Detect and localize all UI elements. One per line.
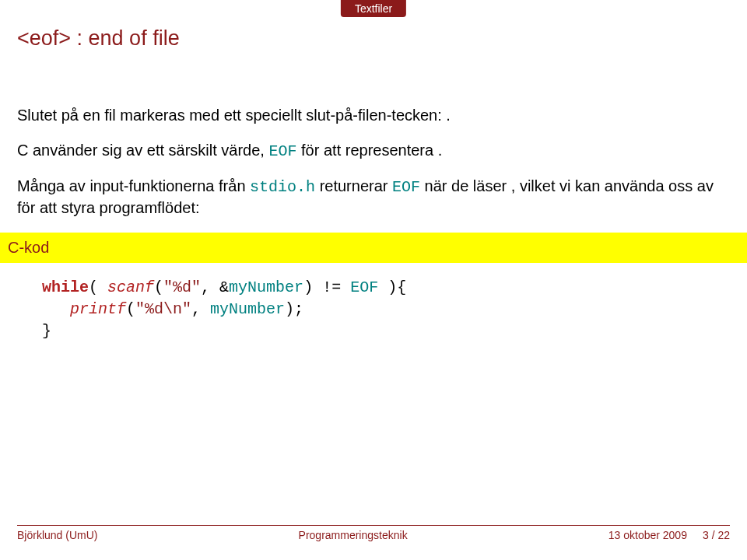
text: C använder sig av ett särskilt värde, [17, 142, 268, 159]
text: returnerar [315, 177, 392, 194]
fn-printf: printf [70, 300, 126, 318]
code-block: while( scanf("%d", &myNumber) != EOF ){ … [17, 263, 730, 356]
identifier: myNumber [229, 278, 303, 296]
fn-scanf: scanf [107, 278, 154, 296]
text: Slutet på en fil markeras med ett specie… [17, 107, 446, 124]
text: ( [126, 300, 135, 318]
section-tab: Textfiler [341, 0, 406, 17]
text: & [219, 278, 229, 296]
code-stdio: stdio.h [250, 178, 315, 196]
code-eof: EOF [392, 178, 420, 196]
footer-author: Björklund (UmU) [17, 529, 97, 541]
text: } [42, 322, 51, 340]
slide-title: <eof> : end of file [17, 26, 180, 51]
text: när de läser [420, 177, 511, 194]
keyword-while: while [42, 278, 89, 296]
text: , [191, 300, 210, 318]
text: ); [285, 300, 303, 318]
footer-course: Programmeringsteknik [299, 529, 408, 541]
code-eof: EOF [268, 142, 296, 160]
text: Många av input-funktionerna från [17, 177, 250, 194]
footer-page: 3 / 22 [703, 529, 730, 541]
code-block-title: C-kod [0, 233, 747, 263]
text: ) [303, 278, 322, 296]
text: . [438, 142, 443, 159]
text: , [201, 278, 219, 296]
paragraph-3: Många av input-funktionerna från stdio.h… [17, 176, 730, 219]
text: != [322, 278, 350, 296]
text: ( [89, 278, 107, 296]
paragraph-1: Slutet på en fil markeras med ett specie… [17, 105, 730, 126]
footer-right: 13 oktober 2009 3 / 22 [608, 529, 730, 541]
footer: Björklund (UmU) Programmeringsteknik 13 … [17, 525, 730, 541]
string-literal: "%d" [163, 278, 201, 296]
text: . [446, 107, 451, 124]
text: för att representera [297, 142, 438, 159]
text: ( [154, 278, 163, 296]
identifier: myNumber [210, 300, 285, 318]
slide-body: Slutet på en fil markeras med ett specie… [17, 105, 730, 356]
text: ){ [378, 278, 406, 296]
paragraph-2: C använder sig av ett särskilt värde, EO… [17, 140, 730, 162]
string-literal: "%d\n" [135, 300, 191, 318]
identifier-eof: EOF [350, 278, 378, 296]
footer-date: 13 oktober 2009 [608, 529, 687, 541]
